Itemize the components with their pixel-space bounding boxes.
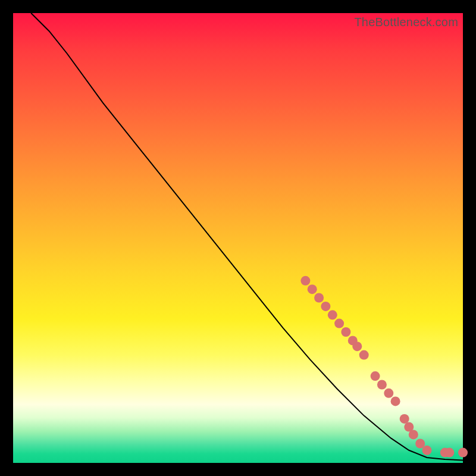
data-point — [334, 319, 344, 328]
data-point — [377, 380, 387, 390]
data-point — [422, 446, 432, 455]
data-point — [384, 389, 393, 398]
data-point — [444, 448, 454, 458]
data-point — [308, 284, 317, 294]
data-point — [371, 371, 380, 381]
data-point — [400, 414, 409, 424]
data-point — [359, 350, 369, 360]
data-point — [391, 396, 400, 406]
data-point — [328, 310, 337, 320]
data-point — [321, 302, 330, 311]
data-point — [415, 439, 425, 449]
chart-plot-area: TheBottleneck.com — [13, 13, 463, 463]
data-point — [458, 448, 468, 458]
data-point — [314, 293, 324, 303]
data-point — [409, 430, 418, 439]
data-point — [352, 342, 362, 351]
chart-frame: TheBottleneck.com — [0, 0, 476, 476]
data-point — [300, 276, 310, 286]
curve-line — [31, 13, 463, 461]
data-point — [341, 327, 350, 337]
chart-svg — [13, 13, 463, 463]
